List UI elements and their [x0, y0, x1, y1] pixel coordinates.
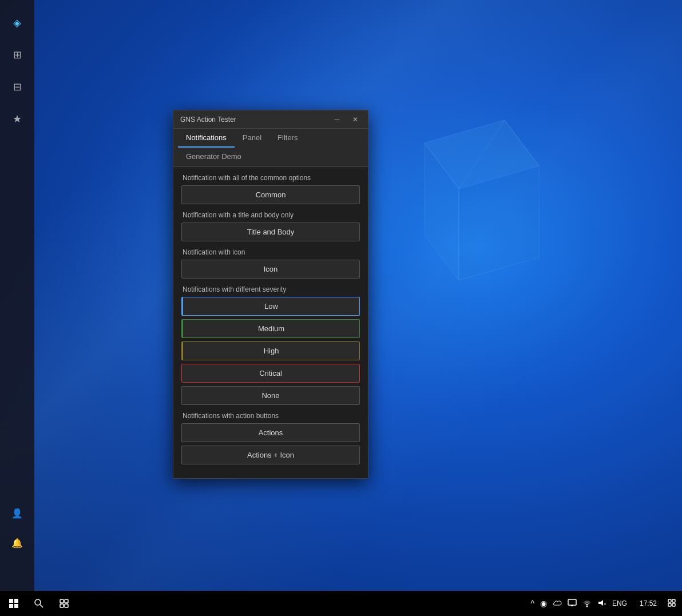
cloud-icon	[553, 598, 562, 607]
sidebar-item-table[interactable]: ⊟	[3, 73, 31, 101]
section-severity-label: Notifications with different severity	[181, 285, 360, 293]
chevron-up-icon[interactable]: ^	[529, 599, 536, 608]
button-actions[interactable]: Actions	[181, 423, 360, 442]
notification-center-icon[interactable]	[666, 598, 677, 609]
taskbar-right: ^ ◉	[527, 598, 682, 609]
desktop: ◈ ⊞ ⊟ ★ 👤 🔔 GNS Action Tester ─	[0, 0, 682, 616]
button-high[interactable]: High	[181, 341, 360, 360]
button-critical[interactable]: Critical	[181, 364, 360, 383]
clock-time: 17:52	[640, 599, 657, 607]
svg-rect-12	[65, 604, 68, 607]
taskbar-left	[0, 591, 76, 616]
minimize-button[interactable]: ─	[329, 114, 345, 125]
section-title-body-label: Notification with a title and body only	[181, 211, 360, 219]
svg-line-8	[40, 605, 43, 607]
search-icon	[34, 599, 43, 608]
task-view-icon	[60, 599, 69, 608]
sidebar-item-grid[interactable]: ⊞	[3, 41, 31, 69]
button-actions-icon[interactable]: Actions + Icon	[181, 446, 360, 464]
sidebar-item-diamond[interactable]: ◈	[3, 9, 31, 37]
svg-rect-5	[9, 604, 13, 608]
app-window: GNS Action Tester ─ ✕ Notifications Pane…	[173, 110, 368, 479]
wifi-icon[interactable]	[581, 598, 593, 609]
button-medium[interactable]: Medium	[181, 319, 360, 338]
onedrive-icon[interactable]	[552, 598, 563, 609]
tab-filters[interactable]: Filters	[269, 129, 306, 148]
svg-rect-21	[668, 603, 671, 606]
table-icon: ⊟	[13, 81, 22, 93]
star-icon: ★	[13, 113, 22, 125]
section-title-body: Notification with a title and body only …	[181, 211, 360, 241]
task-view-button[interactable]	[53, 591, 76, 616]
tab-bar: Notifications Panel Filters Generator De…	[173, 129, 368, 167]
button-low[interactable]: Low	[181, 297, 360, 316]
title-bar: GNS Action Tester ─ ✕	[173, 110, 368, 129]
systray: ^ ◉	[527, 598, 631, 609]
network-icon[interactable]: ◉	[539, 599, 548, 608]
window-title: GNS Action Tester	[180, 116, 329, 124]
grid-icon: ⊞	[13, 49, 22, 61]
svg-rect-22	[672, 603, 675, 606]
user-icon: 👤	[11, 508, 23, 519]
title-bar-controls: ─ ✕	[329, 114, 363, 125]
start-button[interactable]	[2, 591, 25, 616]
tab-generator-demo[interactable]: Generator Demo	[178, 148, 249, 166]
content-area: Notification with all of the common opti…	[173, 167, 368, 478]
display-icon[interactable]	[566, 598, 578, 609]
sidebar-item-bell[interactable]: 🔔	[3, 529, 31, 557]
volume-icon[interactable]: ✕	[596, 598, 608, 609]
action-center-icon	[667, 598, 676, 607]
sidebar-item-star[interactable]: ★	[3, 105, 31, 133]
svg-rect-11	[60, 604, 64, 607]
close-button[interactable]: ✕	[347, 114, 363, 125]
section-icon-label: Notification with icon	[181, 248, 360, 256]
section-actions: Notifications with action buttons Action…	[181, 412, 360, 464]
svg-rect-19	[668, 599, 671, 602]
section-icon: Notification with icon Icon	[181, 248, 360, 279]
left-sidebar: ◈ ⊞ ⊟ ★ 👤 🔔	[0, 0, 34, 591]
section-common-label: Notification with all of the common opti…	[181, 174, 360, 182]
tab-notifications[interactable]: Notifications	[178, 129, 235, 148]
speaker-icon: ✕	[597, 598, 606, 607]
svg-rect-10	[65, 599, 68, 603]
svg-rect-4	[14, 599, 18, 603]
sidebar-item-user[interactable]: 👤	[3, 499, 31, 527]
button-icon[interactable]: Icon	[181, 260, 360, 279]
button-title-body[interactable]: Title and Body	[181, 222, 360, 241]
svg-rect-6	[14, 604, 18, 608]
section-common: Notification with all of the common opti…	[181, 174, 360, 204]
svg-rect-20	[672, 599, 675, 602]
taskbar: ^ ◉	[0, 591, 682, 616]
svg-text:✕: ✕	[604, 602, 606, 606]
svg-point-7	[35, 599, 41, 605]
button-common[interactable]: Common	[181, 185, 360, 204]
svg-marker-17	[598, 600, 603, 606]
tab-panel[interactable]: Panel	[235, 129, 269, 148]
minimize-icon: ─	[335, 116, 340, 124]
section-severity: Notifications with different severity Lo…	[181, 285, 360, 405]
svg-point-16	[586, 605, 588, 607]
wifi-icon-svg	[582, 598, 592, 607]
bell-icon: 🔔	[11, 538, 23, 549]
background-shape	[379, 74, 550, 315]
svg-rect-9	[60, 599, 64, 603]
button-none[interactable]: None	[181, 386, 360, 405]
close-icon: ✕	[352, 116, 358, 124]
svg-rect-13	[568, 599, 576, 605]
diamond-icon: ◈	[13, 17, 21, 29]
windows-icon	[9, 599, 18, 608]
section-actions-label: Notifications with action buttons	[181, 412, 360, 420]
language-indicator[interactable]: ENG	[611, 599, 628, 607]
svg-rect-3	[9, 599, 13, 603]
search-button[interactable]	[27, 591, 50, 616]
taskbar-clock[interactable]: 17:52	[635, 599, 661, 607]
monitor-icon	[568, 598, 577, 607]
